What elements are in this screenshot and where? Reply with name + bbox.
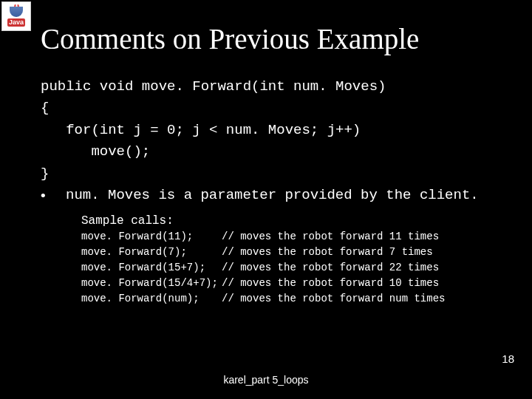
sample-row: move. Forward(11); // moves the robot fo… — [81, 229, 491, 245]
sample-comment: // moves the robot forward 22 times — [222, 260, 439, 276]
samples-block: Sample calls: move. Forward(11); // move… — [81, 214, 491, 307]
bullet-item: num. Moves is a parameter provided by th… — [41, 185, 491, 208]
sample-call: move. Forward(num); — [81, 291, 222, 307]
samples-label: Sample calls: — [81, 214, 491, 228]
code-line: public void move. Forward(int num. Moves… — [41, 78, 386, 95]
sample-comment: // moves the robot forward 10 times — [222, 276, 439, 291]
code-line: move(); — [41, 143, 150, 160]
slide-title: Comments on Previous Example — [41, 22, 491, 55]
sample-call: move. Forward(15/4+7); — [81, 276, 222, 291]
slide-body: Comments on Previous Example public void… — [0, 0, 532, 399]
sample-call: move. Forward(7); — [81, 245, 222, 260]
footer-text: karel_part 5_loops — [0, 374, 532, 386]
sample-comment: // moves the robot forward 11 times — [222, 229, 439, 245]
sample-row: move. Forward(num); // moves the robot f… — [81, 291, 491, 307]
sample-comment: // moves the robot forward 7 times — [222, 245, 433, 260]
sample-call: move. Forward(11); — [81, 229, 222, 245]
bullet-text: num. Moves is a parameter provided by th… — [66, 185, 479, 208]
code-line: for(int j = 0; j < num. Moves; j++) — [41, 122, 361, 138]
sample-row: move. Forward(15+7); // moves the robot … — [81, 260, 491, 276]
bullet-icon — [41, 185, 66, 208]
sample-row: move. Forward(7); // moves the robot for… — [81, 245, 491, 260]
code-line: { — [41, 100, 49, 116]
sample-comment: // moves the robot forward num times — [222, 291, 445, 307]
page-number: 18 — [502, 352, 514, 365]
sample-call: move. Forward(15+7); — [81, 260, 222, 276]
code-block: public void move. Forward(int num. Moves… — [41, 76, 491, 185]
code-line: } — [41, 166, 49, 182]
sample-row: move. Forward(15/4+7); // moves the robo… — [81, 276, 491, 291]
